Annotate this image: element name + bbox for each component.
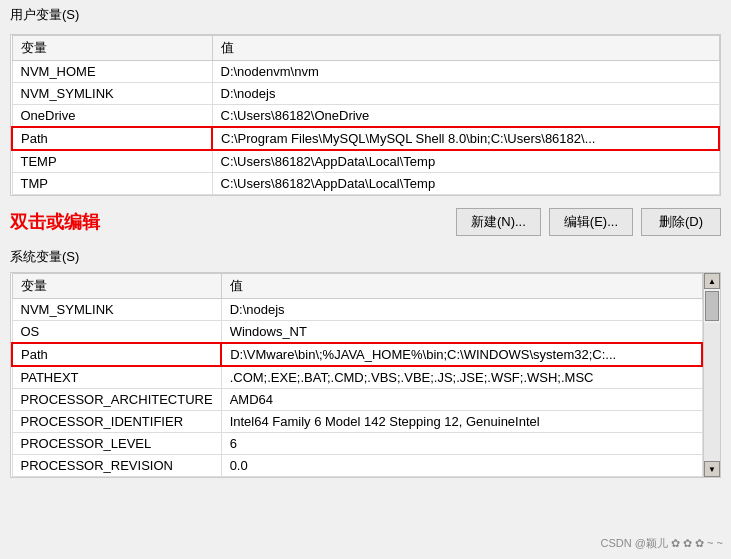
- val-cell: D:\nodejs: [212, 83, 719, 105]
- var-cell: TEMP: [12, 150, 212, 173]
- table-row[interactable]: Path D:\VMware\bin\;%JAVA_HOME%\bin;C:\W…: [12, 343, 702, 366]
- val-cell: Windows_NT: [221, 321, 702, 344]
- system-variables-table: 变量 值 NVM_SYMLINK D:\nodejs OS Windows_NT…: [11, 273, 703, 477]
- var-cell: OneDrive: [12, 105, 212, 128]
- edit-button[interactable]: 编辑(E)...: [549, 208, 633, 236]
- val-cell: .COM;.EXE;.BAT;.CMD;.VBS;.VBE;.JS;.JSE;.…: [221, 366, 702, 389]
- var-cell: TMP: [12, 173, 212, 195]
- new-button[interactable]: 新建(N)...: [456, 208, 541, 236]
- scroll-down-arrow[interactable]: ▼: [704, 461, 720, 477]
- table-row[interactable]: PROCESSOR_LEVEL 6: [12, 433, 702, 455]
- table-row[interactable]: OS Windows_NT: [12, 321, 702, 344]
- hint-text: 双击或编辑: [10, 210, 448, 234]
- sys-vars-scrollbar[interactable]: ▲ ▼: [703, 273, 720, 477]
- table-row[interactable]: NVM_SYMLINK D:\nodejs: [12, 83, 719, 105]
- var-cell: NVM_HOME: [12, 61, 212, 83]
- val-cell: 6: [221, 433, 702, 455]
- sys-var-col-header: 变量: [12, 274, 221, 299]
- val-cell: D:\nodenvm\nvm: [212, 61, 719, 83]
- var-cell: OS: [12, 321, 221, 344]
- table-row[interactable]: PROCESSOR_ARCHITECTURE AMD64: [12, 389, 702, 411]
- val-cell: C:\Users\86182\OneDrive: [212, 105, 719, 128]
- var-cell: PROCESSOR_LEVEL: [12, 433, 221, 455]
- scroll-track[interactable]: [704, 323, 720, 461]
- system-variables-label: 系统变量(S): [0, 244, 731, 270]
- var-cell: NVM_SYMLINK: [12, 299, 221, 321]
- table-row[interactable]: OneDrive C:\Users\86182\OneDrive: [12, 105, 719, 128]
- var-cell: PROCESSOR_IDENTIFIER: [12, 411, 221, 433]
- table-row[interactable]: NVM_SYMLINK D:\nodejs: [12, 299, 702, 321]
- table-row[interactable]: PATHEXT .COM;.EXE;.BAT;.CMD;.VBS;.VBE;.J…: [12, 366, 702, 389]
- val-cell: 0.0: [221, 455, 702, 477]
- table-row[interactable]: NVM_HOME D:\nodenvm\nvm: [12, 61, 719, 83]
- table-row[interactable]: PROCESSOR_REVISION 0.0: [12, 455, 702, 477]
- action-bar: 双击或编辑 新建(N)... 编辑(E)... 删除(D): [0, 200, 731, 244]
- val-cell: C:\Users\86182\AppData\Local\Temp: [212, 173, 719, 195]
- system-variables-section: 变量 值 NVM_SYMLINK D:\nodejs OS Windows_NT…: [10, 272, 721, 478]
- var-cell: Path: [12, 343, 221, 366]
- val-cell: C:\Users\86182\AppData\Local\Temp: [212, 150, 719, 173]
- var-cell: PROCESSOR_REVISION: [12, 455, 221, 477]
- val-cell: C:\Program Files\MySQL\MySQL Shell 8.0\b…: [212, 127, 719, 150]
- var-cell: NVM_SYMLINK: [12, 83, 212, 105]
- scroll-up-arrow[interactable]: ▲: [704, 273, 720, 289]
- user-var-col-header: 变量: [12, 36, 212, 61]
- val-cell: Intel64 Family 6 Model 142 Stepping 12, …: [221, 411, 702, 433]
- table-row[interactable]: PROCESSOR_IDENTIFIER Intel64 Family 6 Mo…: [12, 411, 702, 433]
- table-row[interactable]: Path C:\Program Files\MySQL\MySQL Shell …: [12, 127, 719, 150]
- table-row[interactable]: TMP C:\Users\86182\AppData\Local\Temp: [12, 173, 719, 195]
- var-cell: PATHEXT: [12, 366, 221, 389]
- var-cell: PROCESSOR_ARCHITECTURE: [12, 389, 221, 411]
- watermark: CSDN @颖儿 ✿ ✿ ✿ ~ ~: [600, 536, 723, 551]
- user-variables-table: 变量 值 NVM_HOME D:\nodenvm\nvm NVM_SYMLINK…: [11, 35, 720, 195]
- sys-val-col-header: 值: [221, 274, 702, 299]
- var-cell: Path: [12, 127, 212, 150]
- val-cell: AMD64: [221, 389, 702, 411]
- user-val-col-header: 值: [212, 36, 719, 61]
- val-cell: D:\nodejs: [221, 299, 702, 321]
- table-row[interactable]: TEMP C:\Users\86182\AppData\Local\Temp: [12, 150, 719, 173]
- delete-button[interactable]: 删除(D): [641, 208, 721, 236]
- scroll-thumb[interactable]: [705, 291, 719, 321]
- user-variables-label: 用户变量(S): [0, 0, 731, 26]
- user-variables-section: 变量 值 NVM_HOME D:\nodenvm\nvm NVM_SYMLINK…: [10, 34, 721, 196]
- val-cell: D:\VMware\bin\;%JAVA_HOME%\bin;C:\WINDOW…: [221, 343, 702, 366]
